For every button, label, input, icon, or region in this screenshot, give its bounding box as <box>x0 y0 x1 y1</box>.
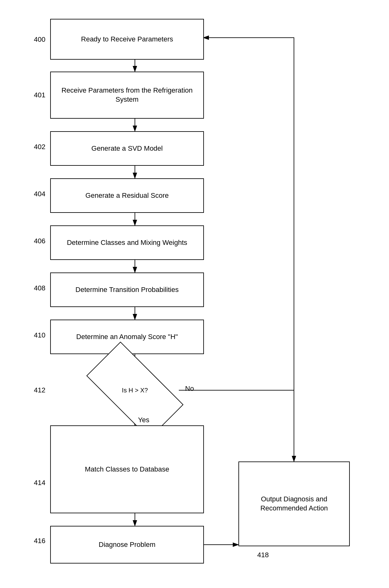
label-410: 410 <box>34 331 45 339</box>
no-label: No <box>185 385 194 393</box>
label-414: 414 <box>34 479 45 487</box>
box-406: Determine Classes and Mixing Weights <box>50 225 204 260</box>
box-404: Generate a Residual Score <box>50 178 204 213</box>
yes-label: Yes <box>138 416 149 424</box>
box-402: Generate a SVD Model <box>50 131 204 166</box>
diamond-412: Is H > X? <box>91 367 179 414</box>
box-416: Diagnose Problem <box>50 526 204 564</box>
label-406: 406 <box>34 237 45 245</box>
label-408: 408 <box>34 284 45 292</box>
box-400: Ready to Receive Parameters <box>50 19 204 60</box>
diagram-container: 400 Ready to Receive Parameters 401 Rece… <box>0 0 389 588</box>
box-414: Match Classes to Database <box>50 425 204 513</box>
label-418: 418 <box>257 551 269 559</box>
box-418: Output Diagnosis and Recommended Action <box>238 461 350 546</box>
label-401: 401 <box>34 91 45 99</box>
label-402: 402 <box>34 143 45 151</box>
label-400: 400 <box>34 35 45 44</box>
label-412: 412 <box>34 386 45 394</box>
label-404: 404 <box>34 190 45 198</box>
box-401: Receive Parameters from the Refrigeratio… <box>50 72 204 119</box>
label-416: 416 <box>34 537 45 545</box>
box-408: Determine Transition Probabilities <box>50 272 204 307</box>
